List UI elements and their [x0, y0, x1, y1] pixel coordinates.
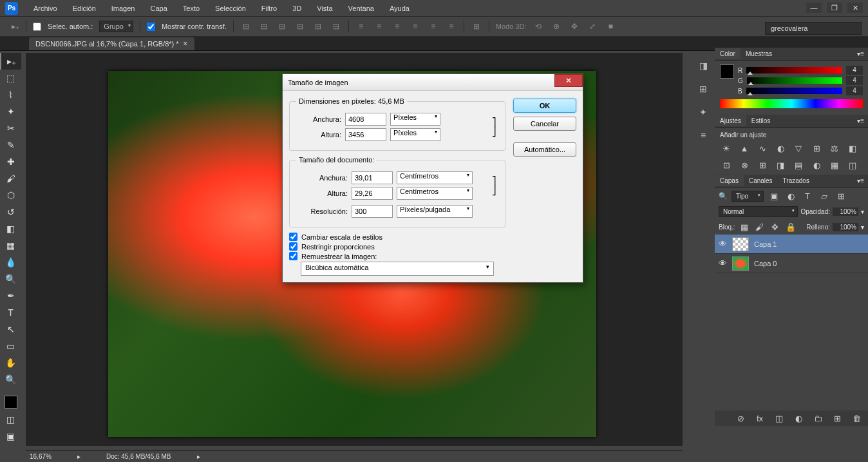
crop-tool[interactable]: ✂ [0, 120, 21, 137]
fill-value[interactable]: 100% [833, 223, 858, 231]
b-value[interactable]: 4 [846, 86, 863, 95]
blur-tool[interactable]: 💧 [0, 254, 21, 271]
layer-thumbnail[interactable] [732, 237, 749, 251]
user-dropdown[interactable]: grecovalera [765, 22, 862, 35]
pixel-width-input[interactable] [345, 113, 386, 126]
color-lookup-icon[interactable]: ⊞ [756, 159, 769, 171]
menu-capa[interactable]: Capa [142, 2, 175, 15]
fx-icon[interactable]: fx [753, 412, 766, 424]
styles-tab[interactable]: Estilos [746, 115, 775, 126]
eyedropper-tool[interactable]: ✎ [0, 137, 21, 153]
pixel-height-input[interactable] [345, 128, 386, 141]
color-spectrum[interactable] [720, 99, 863, 108]
filter-pixel-icon[interactable]: ▣ [768, 190, 780, 202]
trash-icon[interactable]: 🗑 [850, 412, 863, 424]
doc-height-unit[interactable]: Centímetros [397, 187, 473, 200]
curves-icon[interactable]: ∿ [756, 142, 769, 154]
resample-checkbox[interactable] [289, 252, 297, 260]
layers-tab[interactable]: Capas [715, 175, 744, 186]
channel-mixer-icon[interactable]: ⊗ [738, 159, 751, 171]
path-tool[interactable]: ↖ [0, 321, 21, 338]
hue-icon[interactable]: ⊞ [810, 142, 823, 154]
menu-imagen[interactable]: Imagen [104, 2, 143, 15]
colorbalance-icon[interactable]: ⚖ [828, 142, 841, 154]
menu-ventana[interactable]: Ventana [341, 2, 382, 15]
layer-item[interactable]: 👁 Capa 0 [715, 254, 868, 273]
visibility-icon[interactable]: 👁 [719, 239, 727, 249]
stamp-tool[interactable]: ⬡ [0, 187, 21, 204]
layer-item[interactable]: 👁 Capa 1 [715, 235, 868, 254]
lock-transparency-icon[interactable]: ▦ [738, 221, 751, 233]
distribute-icon[interactable]: ≡ [373, 21, 385, 32]
doc-width-input[interactable] [352, 171, 393, 184]
window-minimize[interactable]: — [806, 3, 822, 13]
brightness-icon[interactable]: ☀ [720, 142, 733, 154]
brush-tool[interactable]: 🖌 [0, 170, 21, 187]
auto-align-icon[interactable]: ⊞ [471, 21, 482, 32]
chevron-down-icon[interactable]: ▾ [861, 208, 864, 215]
g-slider[interactable] [747, 77, 842, 84]
link-icon[interactable]: ⎤⎦ [489, 117, 498, 137]
visibility-icon[interactable]: 👁 [719, 258, 727, 268]
layer-name[interactable]: Capa 1 [754, 240, 777, 248]
threshold-icon[interactable]: ◐ [810, 159, 823, 171]
distribute-icon[interactable]: ≡ [392, 21, 403, 32]
resolution-input[interactable] [352, 205, 393, 218]
auto-button[interactable]: Automático... [513, 142, 576, 157]
filter-adjust-icon[interactable]: ◐ [784, 190, 797, 202]
doc-width-unit[interactable]: Centímetros [397, 171, 473, 184]
lock-all-icon[interactable]: 🔒 [784, 221, 797, 233]
dodge-tool[interactable]: 🔍 [0, 271, 21, 287]
paths-tab[interactable]: Trazados [778, 175, 815, 186]
levels-icon[interactable]: ▲ [738, 142, 751, 154]
properties-panel-icon[interactable]: ✦ [695, 104, 711, 120]
blend-mode-dropdown[interactable]: Normal [719, 206, 798, 217]
quickmask-icon[interactable]: ◫ [0, 411, 21, 428]
invert-icon[interactable]: ◨ [774, 159, 787, 171]
marquee-tool[interactable]: ⬚ [0, 70, 21, 86]
vibrance-icon[interactable]: ▽ [792, 142, 805, 154]
filter-text-icon[interactable]: T [801, 190, 814, 202]
adjustment-layer-icon[interactable]: ◐ [792, 412, 805, 424]
pixel-width-unit[interactable]: Píxeles [390, 113, 440, 126]
distribute-icon[interactable]: ≡ [446, 21, 457, 32]
photo-filter-icon[interactable]: ⊡ [720, 159, 733, 171]
r-slider[interactable] [746, 67, 842, 73]
pen-tool[interactable]: ✒ [0, 287, 21, 304]
healing-tool[interactable]: ✚ [0, 153, 21, 170]
history-brush-tool[interactable]: ↺ [0, 204, 21, 220]
lock-image-icon[interactable]: 🖌 [753, 221, 766, 233]
gradient-tool[interactable]: ▦ [0, 237, 21, 254]
move-tool[interactable]: ▸₊ [0, 53, 21, 70]
align-icon[interactable]: ⊟ [312, 21, 324, 32]
adjustments-tab[interactable]: Ajustes [715, 115, 746, 126]
foreground-color[interactable] [720, 64, 734, 79]
layer-name[interactable]: Capa 0 [754, 260, 777, 267]
lasso-tool[interactable]: ⌇ [0, 86, 21, 103]
color-tab[interactable]: Color [715, 48, 741, 59]
magic-wand-tool[interactable]: ✦ [0, 103, 21, 120]
distribute-icon[interactable]: ≡ [355, 21, 367, 32]
constrain-proportions-checkbox[interactable] [289, 242, 297, 251]
channels-tab[interactable]: Canales [744, 175, 778, 186]
folder-icon[interactable]: 🗀 [811, 412, 824, 424]
hand-tool[interactable]: ✋ [0, 354, 21, 371]
link-layers-icon[interactable]: ⊘ [734, 412, 747, 424]
new-layer-icon[interactable]: ⊞ [831, 412, 844, 424]
3d-icon[interactable]: ⊕ [551, 21, 562, 32]
actions-panel-icon[interactable]: ⊞ [695, 81, 711, 97]
resolution-unit[interactable]: Píxeles/pulgada [397, 205, 473, 218]
align-icon[interactable]: ⊟ [240, 21, 252, 32]
r-value[interactable]: 4 [846, 66, 863, 75]
autoselect-checkbox[interactable] [33, 23, 41, 31]
3d-icon[interactable]: ✥ [569, 21, 580, 32]
menu-vista[interactable]: Vista [309, 2, 340, 15]
menu-ayuda[interactable]: Ayuda [382, 2, 417, 15]
history-panel-icon[interactable]: ◨ [695, 58, 711, 73]
window-restore[interactable]: ❐ [827, 3, 842, 13]
document-tab[interactable]: DSCN0066.JPG al 16,7% (Capa 1, RGB/8*) *… [29, 37, 194, 50]
rectangle-tool[interactable]: ▭ [0, 338, 21, 354]
panel-menu-icon[interactable]: ▾≡ [857, 117, 868, 124]
menu-edicion[interactable]: Edición [65, 2, 104, 15]
menu-3d[interactable]: 3D [285, 2, 309, 15]
